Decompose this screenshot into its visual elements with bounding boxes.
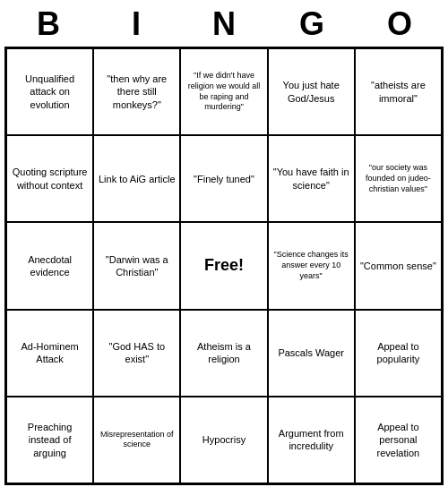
cell-4-4[interactable]: Appeal to personal revelation bbox=[355, 397, 442, 483]
cell-1-1[interactable]: Link to AiG article bbox=[93, 135, 180, 222]
title-letter-o: O bbox=[364, 5, 435, 43]
cell-0-3[interactable]: You just hate God/Jesus bbox=[268, 48, 355, 135]
cell-2-1[interactable]: "Darwin was a Christian" bbox=[93, 222, 180, 309]
cell-1-4[interactable]: "our society was founded on judeo-christ… bbox=[355, 135, 442, 222]
cell-1-0[interactable]: Quoting scripture without context bbox=[6, 135, 93, 222]
cell-3-1[interactable]: "God HAS to exist" bbox=[93, 310, 180, 397]
title-letter-g: G bbox=[276, 5, 348, 43]
bingo-title: BINGO bbox=[4, 5, 444, 43]
bingo-container: BINGO Unqualified attack on evolution"th… bbox=[4, 5, 444, 485]
cell-4-3[interactable]: Argument from incredulity bbox=[268, 397, 355, 483]
cell-0-0[interactable]: Unqualified attack on evolution bbox=[6, 48, 93, 135]
title-letter-b: B bbox=[13, 5, 84, 43]
cell-2-0[interactable]: Anecdotal evidence bbox=[6, 222, 93, 309]
cell-3-2[interactable]: Atheism is a religion bbox=[180, 310, 267, 397]
cell-0-4[interactable]: "atheists are immoral" bbox=[355, 48, 442, 135]
cell-3-3[interactable]: Pascals Wager bbox=[268, 310, 355, 397]
cell-4-2[interactable]: Hypocrisy bbox=[180, 397, 267, 483]
cell-1-3[interactable]: "You have faith in science" bbox=[268, 135, 355, 222]
cell-2-4[interactable]: "Common sense" bbox=[355, 222, 442, 309]
cell-1-2[interactable]: "Finely tuned" bbox=[180, 135, 267, 222]
bingo-grid: Unqualified attack on evolution"then why… bbox=[4, 47, 444, 485]
title-letter-i: I bbox=[100, 5, 172, 43]
cell-2-3[interactable]: "Science changes its answer every 10 yea… bbox=[268, 222, 355, 309]
cell-4-1[interactable]: Misrepresentation of science bbox=[93, 397, 180, 483]
cell-4-0[interactable]: Preaching instead of arguing bbox=[6, 397, 93, 483]
cell-0-1[interactable]: "then why are there still monkeys?" bbox=[93, 48, 180, 135]
title-letter-n: N bbox=[188, 5, 260, 43]
cell-2-2[interactable]: Free! bbox=[180, 222, 267, 309]
cell-0-2[interactable]: "If we didn't have religion we would all… bbox=[180, 48, 267, 135]
cell-3-0[interactable]: Ad-Hominem Attack bbox=[6, 310, 93, 397]
cell-3-4[interactable]: Appeal to popularity bbox=[355, 310, 442, 397]
